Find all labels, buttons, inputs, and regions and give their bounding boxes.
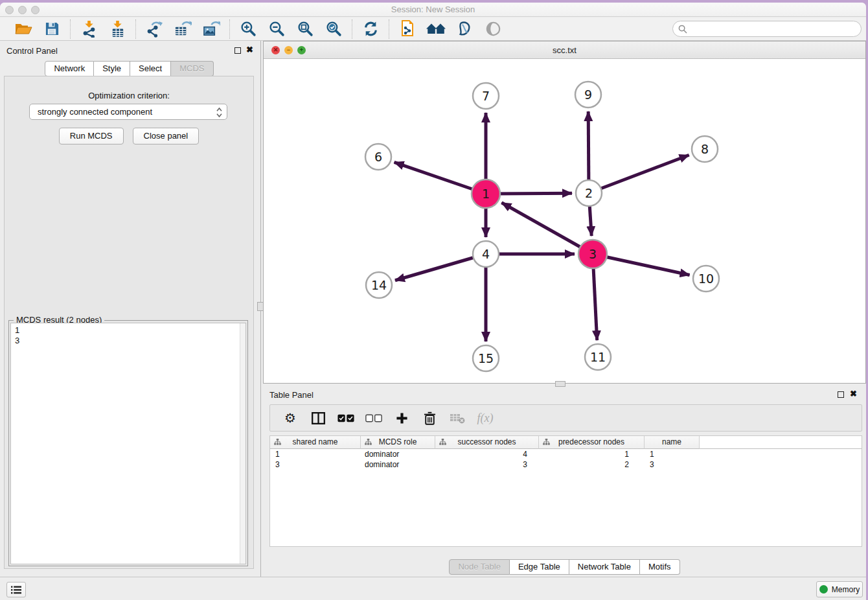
tab-network-table[interactable]: Network Table [569, 559, 640, 575]
search-box[interactable] [672, 21, 862, 37]
search-input[interactable] [687, 23, 861, 36]
tab-network[interactable]: Network [45, 61, 94, 76]
export-image-button[interactable] [201, 19, 221, 39]
zoom-in-button[interactable] [238, 19, 258, 39]
table-toolbar: ⚙f(x) [269, 404, 862, 432]
network-from-selection-button[interactable] [398, 19, 417, 39]
network-title: scc.txt [264, 45, 865, 55]
column-header-predecessor-nodes[interactable]: predecessor nodes [539, 436, 645, 449]
table-tabs: Node TableEdge TableNetwork TableMotifs [263, 559, 866, 575]
node-label-10: 10 [698, 271, 714, 286]
column-label: name [662, 437, 681, 446]
node-label-3: 3 [589, 247, 597, 261]
column-label: successor nodes [457, 437, 516, 446]
export-network-button[interactable] [144, 19, 164, 39]
tab-edge-table[interactable]: Edge Table [510, 559, 569, 575]
deselect-all-button[interactable] [365, 409, 382, 427]
cell-name[interactable]: 1 [645, 449, 700, 459]
zoom-selected-button[interactable] [324, 19, 343, 39]
control-panel: Control Panel ✖ NetworkStyleSelectMCDS O… [0, 41, 258, 577]
tab-select[interactable]: Select [130, 61, 171, 76]
edge-4-14[interactable] [395, 254, 486, 281]
mcds-panel: Optimization criterion: strongly connect… [4, 76, 254, 569]
result-item[interactable]: 3 [15, 336, 246, 346]
list-icon [11, 586, 21, 594]
close-table-panel-icon[interactable]: ✖ [850, 389, 857, 398]
cell-shared-name[interactable]: 3 [270, 459, 361, 470]
control-panel-tabs: NetworkStyleSelectMCDS [0, 61, 258, 76]
cell-shared-name[interactable]: 1 [270, 449, 361, 459]
header-filler [700, 436, 862, 449]
toggle-column-view-button[interactable] [310, 409, 326, 427]
node-label-6: 6 [374, 150, 382, 164]
result-item[interactable]: 1 [15, 325, 246, 336]
memory-button[interactable]: Memory [816, 581, 863, 597]
node-label-8: 8 [701, 142, 709, 156]
node-label-9: 9 [584, 87, 592, 102]
criterion-select[interactable]: strongly connected component [29, 104, 227, 120]
close-panel-icon[interactable]: ✖ [246, 45, 253, 54]
delete-table-button [449, 409, 466, 427]
open-folder-button[interactable] [14, 19, 33, 39]
tab-mcds[interactable]: MCDS [171, 61, 213, 76]
mcds-result-list[interactable]: 13 [10, 323, 246, 564]
column-label: predecessor nodes [558, 437, 624, 446]
close-panel-button[interactable]: Close panel [133, 128, 200, 144]
tab-motifs[interactable]: Motifs [640, 559, 680, 575]
column-header-name[interactable]: name [645, 436, 700, 449]
application-window: Session: New Session Control Panel ✖ Net… [0, 3, 866, 600]
cell-predecessor-nodes[interactable]: 2 [539, 459, 645, 470]
window-titlebar: Session: New Session [0, 3, 866, 17]
criterion-value: strongly connected component [38, 107, 152, 117]
column-header-shared-name[interactable]: shared name [270, 436, 361, 449]
row-filler [700, 449, 862, 459]
main-toolbar-groups [5, 19, 511, 39]
cell-successor-nodes[interactable]: 3 [435, 459, 539, 470]
network-view-window: ✕ − + scc.txt 7968124314101511 [263, 41, 866, 384]
export-table-button[interactable] [173, 19, 192, 39]
column-label: MCDS role [379, 437, 417, 446]
cell-predecessor-nodes[interactable]: 1 [539, 449, 645, 459]
add-column-button[interactable] [393, 409, 410, 427]
import-network-button[interactable] [79, 19, 98, 39]
network-graph[interactable]: 7968124314101511 [264, 60, 865, 384]
select-all-button[interactable] [337, 409, 354, 427]
column-header-successor-nodes[interactable]: successor nodes [435, 436, 539, 449]
node-label-11: 11 [590, 350, 606, 364]
tab-style[interactable]: Style [94, 61, 130, 76]
zoom-out-button[interactable] [267, 19, 286, 39]
node-label-15: 15 [478, 351, 494, 365]
first-neighbors-button[interactable] [426, 19, 446, 39]
node-label-2: 2 [585, 186, 593, 200]
network-window-titlebar: ✕ − + scc.txt [264, 41, 865, 59]
run-mcds-button[interactable]: Run MCDS [59, 128, 124, 144]
float-table-panel-icon[interactable] [838, 391, 844, 398]
result-scrollbar[interactable] [240, 323, 246, 564]
save-session-button[interactable] [42, 19, 62, 39]
network-canvas[interactable]: 7968124314101511 [264, 60, 865, 383]
edge-3-1[interactable] [501, 203, 593, 254]
table-row[interactable]: 3dominator323 [270, 459, 862, 470]
table-panel-title: Table Panel [269, 390, 314, 400]
delete-column-button[interactable] [421, 409, 438, 427]
cell-name[interactable]: 3 [645, 459, 700, 470]
cell-successor-nodes[interactable]: 4 [435, 449, 539, 459]
layout-refresh-button[interactable] [361, 19, 380, 39]
column-label: shared name [292, 437, 337, 446]
column-header-mcds-role[interactable]: MCDS role [361, 436, 435, 449]
tab-node-table[interactable]: Node Table [449, 559, 510, 575]
node-label-4: 4 [482, 247, 490, 261]
import-table-button[interactable] [108, 19, 127, 39]
status-bar: Memory [0, 577, 866, 600]
float-panel-icon[interactable] [234, 47, 241, 54]
cell-mcds-role[interactable]: dominator [361, 459, 435, 470]
cell-mcds-role[interactable]: dominator [361, 449, 435, 459]
zoom-fit-button[interactable] [295, 19, 315, 39]
edge-2-8[interactable] [589, 155, 689, 193]
table-row[interactable]: 1dominator411 [270, 449, 862, 459]
optimization-criterion-label: Optimization criterion: [5, 91, 253, 100]
console-log-button[interactable] [6, 582, 26, 597]
function-builder-button: f(x) [477, 409, 494, 427]
table-settings-button[interactable]: ⚙ [282, 409, 299, 427]
vizmapper-button[interactable] [455, 19, 474, 39]
